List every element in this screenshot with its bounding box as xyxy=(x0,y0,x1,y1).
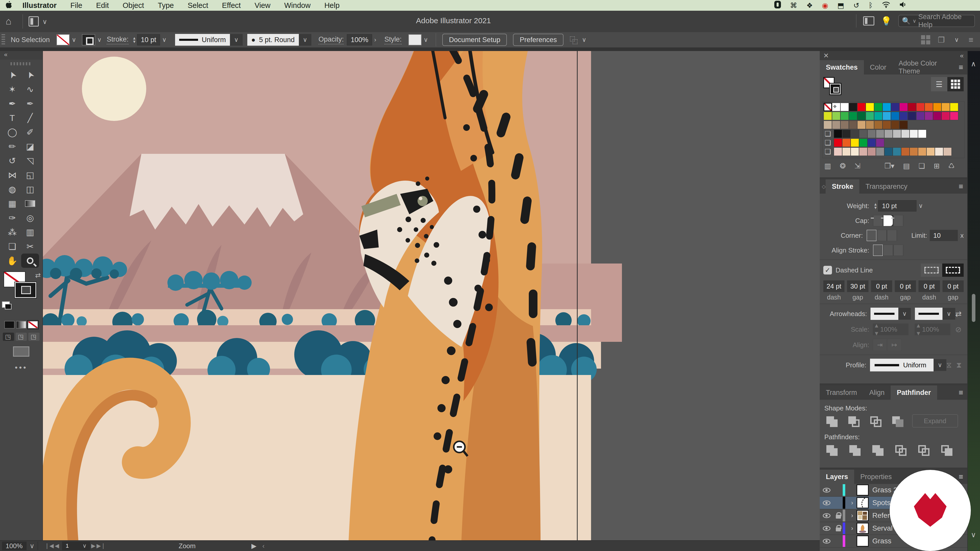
swatch[interactable] xyxy=(876,138,884,147)
swatch[interactable] xyxy=(876,148,884,156)
intersect-button[interactable] xyxy=(868,414,883,429)
align-inside-button[interactable] xyxy=(883,245,893,256)
stroke-panel-link[interactable]: Stroke: xyxy=(107,35,129,44)
swatch[interactable] xyxy=(933,103,942,111)
swatch[interactable] xyxy=(842,138,851,147)
expand-layer-icon[interactable]: › xyxy=(848,525,856,532)
swatch[interactable] xyxy=(874,103,883,111)
symbol-sprayer-tool[interactable]: ⁂ xyxy=(3,225,21,239)
swatch[interactable] xyxy=(910,148,918,156)
color-themes-icon[interactable]: ❂ xyxy=(840,162,845,170)
workspace-grid-icon[interactable] xyxy=(921,35,930,44)
swatch[interactable] xyxy=(942,112,950,120)
swatch[interactable] xyxy=(859,130,867,138)
swatch[interactable] xyxy=(918,130,926,138)
corner-round-button[interactable] xyxy=(877,230,887,241)
swatch[interactable] xyxy=(865,121,874,129)
layer-name[interactable]: Serval xyxy=(872,524,892,532)
menu-effect[interactable]: Effect xyxy=(215,1,248,10)
swatch[interactable] xyxy=(883,112,891,120)
expand-button[interactable]: Expand xyxy=(912,414,958,427)
time-machine-icon[interactable]: ↺ xyxy=(849,1,864,10)
layer-thumbnail[interactable] xyxy=(856,523,869,534)
lock-icon[interactable] xyxy=(836,515,841,519)
zoom-level-chevron-icon[interactable]: ∨ xyxy=(27,542,38,550)
swatch-options-icon[interactable]: ❒▾ xyxy=(884,162,894,170)
dash-field[interactable]: 0 pt gap xyxy=(895,280,916,301)
dock-scrollbar-thumb[interactable] xyxy=(972,294,975,322)
cap-projecting-button[interactable] xyxy=(893,215,904,226)
swatch[interactable] xyxy=(842,148,851,156)
edit-toolbar-icon[interactable]: ••• xyxy=(0,363,42,372)
canvas[interactable] xyxy=(43,51,820,540)
volume-icon[interactable] xyxy=(895,1,911,10)
more-options-chevron-icon[interactable]: ∨ xyxy=(580,36,589,43)
tab-swatches[interactable]: Swatches xyxy=(820,60,864,75)
tab-color[interactable]: Color xyxy=(864,60,893,75)
swatch-list-icon[interactable]: ▤ xyxy=(903,162,910,170)
profile-chevron[interactable]: ∨ xyxy=(934,359,946,371)
list-view-button[interactable]: ☰ xyxy=(931,77,947,91)
limit-value[interactable]: 10 xyxy=(930,230,958,241)
new-color-group-icon[interactable]: ❏ xyxy=(918,162,925,170)
width-profile-dropdown[interactable]: Uniform xyxy=(870,359,934,372)
swatch[interactable] xyxy=(874,112,883,120)
swatch[interactable] xyxy=(867,148,876,156)
swatch[interactable] xyxy=(916,103,924,111)
swatch[interactable] xyxy=(899,121,908,129)
layer-thumbnail[interactable] xyxy=(856,497,869,508)
menu-view[interactable]: View xyxy=(248,1,277,10)
swap-fill-stroke-icon[interactable]: ⇄ xyxy=(35,272,41,279)
arrange-documents-icon-right[interactable]: ❐ xyxy=(938,35,945,44)
visibility-icon[interactable] xyxy=(823,500,830,505)
trim-button[interactable] xyxy=(847,443,864,457)
arrange-chevron-icon[interactable]: ∨ xyxy=(953,36,961,43)
weight-stepper[interactable]: ▴▾ xyxy=(873,202,878,210)
swatch[interactable] xyxy=(851,130,859,138)
dock-scroll-up-icon[interactable]: ∧ xyxy=(971,60,976,68)
crop-button[interactable] xyxy=(893,443,910,457)
paintbrush-tool[interactable]: ✐ xyxy=(21,125,39,139)
last-artboard-button[interactable]: ▶❘ xyxy=(97,543,105,549)
prev-artboard-button[interactable]: ◀ xyxy=(55,543,59,549)
workspace-menu-icon[interactable]: ≡ xyxy=(969,35,974,44)
swatch[interactable] xyxy=(849,121,857,129)
mesh-tool[interactable]: ▦ xyxy=(3,197,21,211)
swatch[interactable] xyxy=(840,112,849,120)
command-icon[interactable]: ⌘ xyxy=(786,1,802,10)
eraser-tool[interactable]: ◪ xyxy=(21,139,39,154)
swatch[interactable] xyxy=(924,112,933,120)
dash-field[interactable]: 24 pt dash xyxy=(823,280,845,301)
swatch[interactable] xyxy=(883,121,891,129)
expand-layer-icon[interactable]: › xyxy=(848,512,856,519)
graph-tool[interactable]: ▥ xyxy=(21,225,39,239)
tab-transparency[interactable]: Transparency xyxy=(859,179,913,194)
blend-tool[interactable]: ◎ xyxy=(21,211,39,225)
discover-lightbulb-icon[interactable]: 💡 xyxy=(881,16,892,26)
dock-scroll-down-icon[interactable]: ∨ xyxy=(971,530,976,539)
brush-definition-chevron[interactable]: ∨ xyxy=(299,34,312,46)
layer-name[interactable]: Grass xyxy=(872,537,891,545)
stroke-weight-value[interactable]: 10 pt xyxy=(137,34,160,45)
stroke-weight-stepper[interactable]: ▴▾ xyxy=(132,36,137,43)
apple-menu-icon[interactable] xyxy=(0,1,18,10)
eyedropper-tool[interactable]: ✑ xyxy=(3,211,21,225)
variable-width-chevron[interactable]: ∨ xyxy=(230,34,243,46)
airplay-icon[interactable]: ⬒ xyxy=(833,1,849,10)
slice-tool[interactable]: ✂ xyxy=(21,239,39,254)
rotate-tool[interactable]: ↺ xyxy=(3,154,21,168)
visibility-icon[interactable] xyxy=(823,526,830,531)
swatch[interactable] xyxy=(859,138,867,147)
delete-swatch-icon[interactable]: ♺ xyxy=(948,162,955,170)
swatch[interactable] xyxy=(840,103,849,111)
layer-thumbnail[interactable] xyxy=(856,484,869,495)
swatch[interactable] xyxy=(824,148,834,156)
help-search-input[interactable]: 🔍∨ Search Adobe Help xyxy=(898,15,975,27)
new-swatch-icon[interactable]: ⊞ xyxy=(934,162,939,170)
tab-align[interactable]: Align xyxy=(863,386,891,400)
fill-color-swatch[interactable] xyxy=(56,34,70,45)
swatch[interactable] xyxy=(842,130,851,138)
swatch[interactable] xyxy=(884,148,893,156)
align-center-button[interactable] xyxy=(873,245,883,256)
style-swatch[interactable] xyxy=(408,34,422,45)
